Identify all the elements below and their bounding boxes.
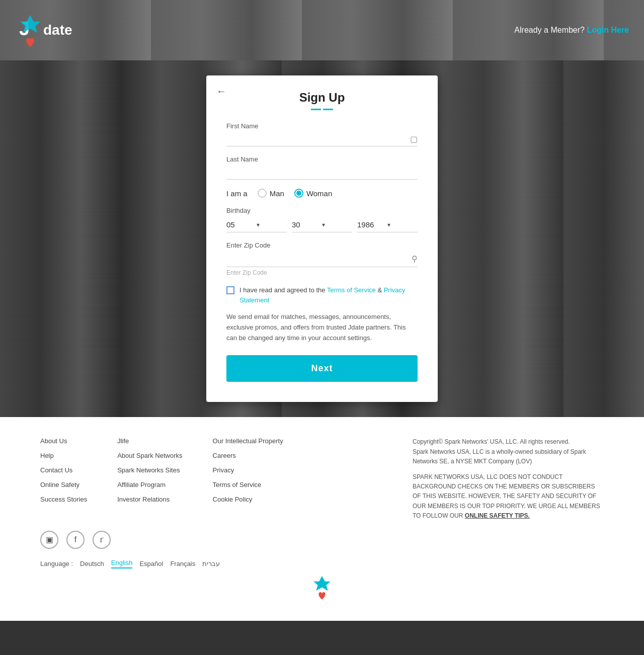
safety-link[interactable]: ONLINE SAFETY TIPS. <box>465 512 530 519</box>
gender-woman-radio[interactable] <box>294 189 303 198</box>
i-am-a-text: I am a <box>226 189 248 198</box>
next-button[interactable]: Next <box>226 355 418 382</box>
copyright-body: SPARK NETWORKS USA, LLC DOES NOT CONDUCT… <box>413 472 604 521</box>
first-name-group: First Name ▢ <box>226 122 418 146</box>
zip-input-row: ⚲ <box>226 251 418 267</box>
footer-col-1: About Us Help Contact Us Online Safety S… <box>40 437 87 506</box>
first-name-label: First Name <box>226 122 418 130</box>
gender-man-radio[interactable] <box>258 189 267 198</box>
gender-row: I am a Man Woman <box>226 189 418 198</box>
footer-terms[interactable]: Terms of Service <box>213 481 283 488</box>
footer-col-2: Jlife About Spark Networks Spark Network… <box>117 437 182 506</box>
svg-marker-2 <box>313 576 330 591</box>
zip-section: Enter Zip Code ⚲ Enter Zip Code <box>226 241 418 276</box>
footer-investor[interactable]: Investor Relations <box>117 496 182 503</box>
terms-checkbox[interactable] <box>226 286 234 294</box>
gender-man-label: Man <box>270 189 284 198</box>
lang-espanol[interactable]: Español <box>139 560 163 567</box>
gender-man-option[interactable]: Man <box>258 189 284 198</box>
language-label: Language : <box>40 560 73 567</box>
social-icons: ▣ f 𝕣 <box>40 531 111 549</box>
last-name-input[interactable] <box>226 165 418 179</box>
footer-links: About Us Help Contact Us Online Safety S… <box>40 437 283 506</box>
instagram-icon[interactable]: ▣ <box>40 531 58 549</box>
lang-francais[interactable]: Français <box>170 560 195 567</box>
footer-careers[interactable]: Careers <box>213 452 283 459</box>
lang-deutsch[interactable]: Deutsch <box>80 560 104 567</box>
birthday-row: 05 ▾ 30 ▾ 1986 ▾ <box>226 217 418 232</box>
birthday-day-value: 30 <box>292 220 322 229</box>
login-link[interactable]: Login Here <box>587 26 629 34</box>
month-chevron-icon: ▾ <box>257 221 287 228</box>
footer-copyright: Copyright© Spark Networks' USA, LLC. All… <box>413 437 604 521</box>
footer-affiliate[interactable]: Affiliate Program <box>117 481 182 488</box>
birthday-month-select[interactable]: 05 ▾ <box>226 217 287 232</box>
footer-cookie[interactable]: Cookie Policy <box>213 496 283 503</box>
last-name-group: Last Name <box>226 155 418 180</box>
lang-english[interactable]: English <box>111 559 133 568</box>
zip-label: Enter Zip Code <box>226 241 418 249</box>
footer-about-us[interactable]: About Us <box>40 437 87 445</box>
birthday-year-value: 1986 <box>357 220 387 229</box>
signup-title: Sign Up <box>226 91 418 105</box>
terms-text: I have read and agreed to the Terms of S… <box>239 285 418 305</box>
footer-contact-us[interactable]: Contact Us <box>40 466 87 474</box>
birthday-label: Birthday <box>226 207 418 214</box>
signup-card: ← Sign Up First Name ▢ Last Name I am a <box>206 75 438 402</box>
title-underline <box>226 109 418 110</box>
footer-privacy[interactable]: Privacy <box>213 466 283 474</box>
already-member-text: Already a Member? <box>514 26 585 34</box>
terms-of-service-link[interactable]: Terms of Service <box>327 286 376 294</box>
zip-input[interactable] <box>226 255 412 263</box>
terms-row: I have read and agreed to the Terms of S… <box>226 285 418 305</box>
copyright-line1: Copyright© Spark Networks' USA, LLC. All… <box>413 437 604 447</box>
email-notice: We send email for matches, messages, ann… <box>226 312 418 343</box>
birthday-month-value: 05 <box>226 220 257 229</box>
last-name-label: Last Name <box>226 155 418 163</box>
zip-hint: Enter Zip Code <box>226 269 418 276</box>
day-chevron-icon: ▾ <box>322 221 352 228</box>
footer-success-stories[interactable]: Success Stories <box>40 496 87 503</box>
twitter-icon[interactable]: 𝕣 <box>93 531 111 549</box>
person-icon: ▢ <box>410 134 418 144</box>
footer-about-spark[interactable]: About Spark Networks <box>117 452 182 459</box>
location-icon: ⚲ <box>412 254 418 264</box>
gender-woman-label: Woman <box>306 189 332 198</box>
footer-spark-sites[interactable]: Spark Networks Sites <box>117 466 182 474</box>
lang-hebrew[interactable]: עברית <box>202 560 220 567</box>
first-name-input-row: ▢ <box>226 132 418 146</box>
header-login-area: Already a Member? Login Here <box>514 26 629 35</box>
year-chevron-icon: ▾ <box>387 221 418 228</box>
logo-text: date <box>43 22 72 38</box>
footer-help[interactable]: Help <box>40 452 87 459</box>
footer-intellectual-property[interactable]: Our Intellectual Property <box>213 437 283 445</box>
first-name-input[interactable] <box>226 132 410 146</box>
back-button[interactable]: ← <box>216 86 226 97</box>
facebook-icon[interactable]: f <box>66 531 85 549</box>
gender-woman-option[interactable]: Woman <box>294 189 332 198</box>
terms-and: & <box>377 286 383 294</box>
main-area: ← Sign Up First Name ▢ Last Name I am a <box>0 60 644 417</box>
footer-bottom: ▣ f 𝕣 <box>40 531 604 549</box>
footer-main-row: About Us Help Contact Us Online Safety S… <box>40 437 604 521</box>
language-row: Language : Deutsch English Español Franç… <box>40 559 604 568</box>
terms-prefix: I have read and agreed to the <box>239 286 326 294</box>
copyright-line2: Spark Networks USA, LLC is a wholly-owne… <box>413 447 604 466</box>
footer-online-safety[interactable]: Online Safety <box>40 481 87 488</box>
logo[interactable]: J date <box>15 13 72 48</box>
footer-col-3: Our Intellectual Property Careers Privac… <box>213 437 283 506</box>
footer-logo <box>40 574 604 606</box>
birthday-year-select[interactable]: 1986 ▾ <box>357 217 418 232</box>
header: J date Already a Member? Login Here <box>0 0 644 60</box>
last-name-input-row <box>226 165 418 180</box>
footer-jlife[interactable]: Jlife <box>117 437 182 445</box>
footer: About Us Help Contact Us Online Safety S… <box>0 417 644 621</box>
birthday-day-select[interactable]: 30 ▾ <box>292 217 352 232</box>
birthday-section: Birthday 05 ▾ 30 ▾ 1986 ▾ <box>226 207 418 232</box>
